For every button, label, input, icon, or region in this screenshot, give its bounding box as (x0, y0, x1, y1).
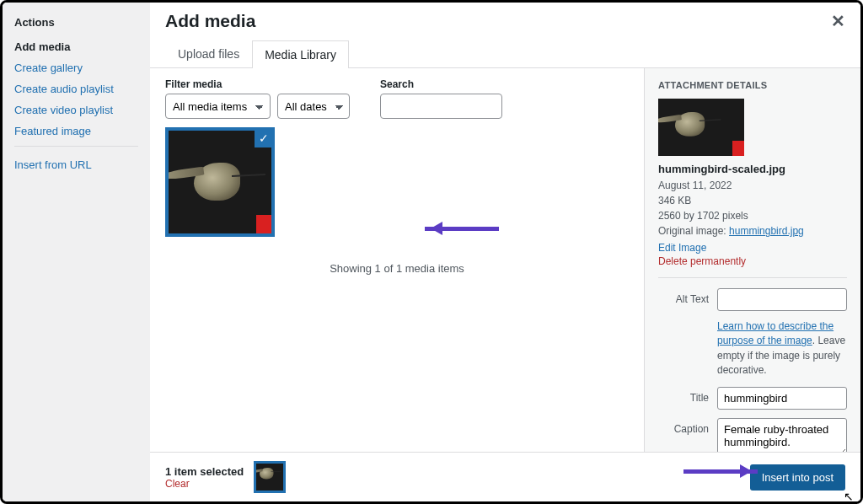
sidebar-heading: Actions (14, 16, 138, 29)
selection-info: 1 item selected Clear (165, 465, 244, 490)
media-thumbnail-selected[interactable]: ✓ (165, 127, 275, 237)
alt-text-input[interactable] (717, 288, 847, 311)
sidebar-item-add-media[interactable]: Add media (14, 40, 138, 53)
sidebar-item-featured-image[interactable]: Featured image (14, 125, 138, 137)
modal-header: Add media ✕ (150, 3, 860, 31)
check-icon[interactable]: ✓ (255, 129, 273, 147)
filter-bar: Filter media All media items All dates S… (165, 78, 629, 119)
alt-help-text: Learn how to describe the purpose of the… (717, 319, 847, 378)
clear-selection-link[interactable]: Clear (165, 478, 244, 490)
content-area: Filter media All media items All dates S… (150, 68, 860, 452)
annotation-arrow (425, 227, 499, 231)
sidebar-item-create-gallery[interactable]: Create gallery (14, 62, 138, 74)
search-label: Search (380, 78, 502, 90)
caption-input[interactable] (717, 418, 847, 452)
footer-thumbnail[interactable] (254, 461, 286, 493)
alt-help-row: Learn how to describe the purpose of the… (658, 319, 847, 378)
media-browser: Filter media All media items All dates S… (150, 68, 644, 452)
attachment-details: ATTACHMENT DETAILS hummingbird-scaled.jp… (644, 68, 860, 452)
insert-into-post-button[interactable]: Insert into post (750, 464, 845, 491)
details-thumbnail (658, 99, 744, 156)
sidebar-item-create-video-playlist[interactable]: Create video playlist (14, 104, 138, 116)
modal-title: Add media (165, 11, 255, 31)
title-row: Title (658, 387, 847, 410)
cursor-icon: ↖ (844, 490, 854, 503)
caption-row: Caption (658, 418, 847, 452)
modal-footer: 1 item selected Clear Insert into post ↖ (150, 452, 860, 501)
sidebar-item-create-audio-playlist[interactable]: Create audio playlist (14, 83, 138, 95)
search-input[interactable] (380, 94, 502, 119)
edit-image-link[interactable]: Edit Image (658, 242, 847, 254)
filter-date-select[interactable]: All dates (277, 94, 350, 119)
filter-media-column: Filter media All media items All dates (165, 78, 350, 119)
alt-text-label: Alt Text (658, 288, 709, 305)
sidebar-divider (14, 146, 138, 147)
tab-bar: Upload files Media Library (150, 31, 860, 68)
selected-count: 1 item selected (165, 465, 244, 478)
actions-sidebar: Actions Add media Create gallery Create … (3, 3, 150, 501)
title-input[interactable] (717, 387, 847, 410)
details-dimensions: 2560 by 1702 pixels (658, 210, 748, 222)
media-modal: Actions Add media Create gallery Create … (0, 0, 863, 504)
title-label: Title (658, 387, 709, 404)
details-original-label: Original image: (658, 225, 729, 237)
details-original-link[interactable]: hummingbird.jpg (729, 225, 804, 237)
tab-media-library[interactable]: Media Library (252, 40, 349, 68)
sidebar-item-insert-from-url[interactable]: Insert from URL (14, 158, 138, 171)
caption-label: Caption (658, 418, 709, 435)
details-filename: hummingbird-scaled.jpg (658, 163, 847, 175)
thumbnail-grid: ✓ (165, 127, 629, 237)
delete-permanently-link[interactable]: Delete permanently (658, 255, 847, 267)
alt-text-row: Alt Text (658, 288, 847, 311)
annotation-arrow-footer (683, 469, 758, 474)
filter-media-label: Filter media (165, 78, 350, 90)
details-divider (658, 277, 847, 278)
search-column: Search (380, 78, 502, 119)
tab-upload-files[interactable]: Upload files (165, 40, 252, 67)
details-date: August 11, 2022 (658, 180, 732, 191)
media-count-text: Showing 1 of 1 media items (165, 262, 629, 275)
filter-type-select[interactable]: All media items (165, 94, 271, 119)
close-icon[interactable]: ✕ (831, 11, 845, 31)
details-meta: August 11, 2022 346 KB 2560 by 1702 pixe… (658, 178, 847, 239)
details-heading: ATTACHMENT DETAILS (658, 80, 847, 90)
details-size: 346 KB (658, 195, 691, 206)
main-panel: Add media ✕ Upload files Media Library F… (150, 3, 860, 501)
